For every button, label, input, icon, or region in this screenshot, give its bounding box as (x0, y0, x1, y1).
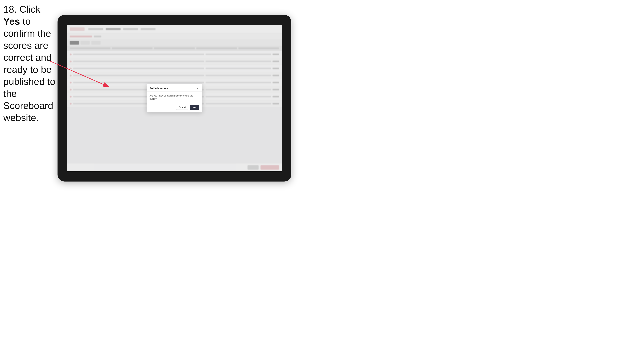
modal-header: Publish scores × (146, 84, 202, 92)
instruction-text: 18. Click Yes to confirm the scores are … (3, 3, 57, 124)
modal-footer: Cancel Yes (146, 103, 202, 112)
tablet-frame: Publish scores × Are you ready to publis… (58, 15, 291, 181)
tablet-screen: Publish scores × Are you ready to publis… (67, 25, 282, 171)
modal-body: Are you ready to publish these scores to… (146, 92, 202, 103)
modal-title: Publish scores (150, 87, 168, 90)
yes-button[interactable]: Yes (190, 105, 199, 110)
publish-scores-modal: Publish scores × Are you ready to publis… (146, 84, 202, 112)
cancel-button[interactable]: Cancel (176, 105, 188, 110)
modal-message: Are you ready to publish these scores to… (150, 94, 199, 101)
modal-close-button[interactable]: × (196, 87, 199, 90)
